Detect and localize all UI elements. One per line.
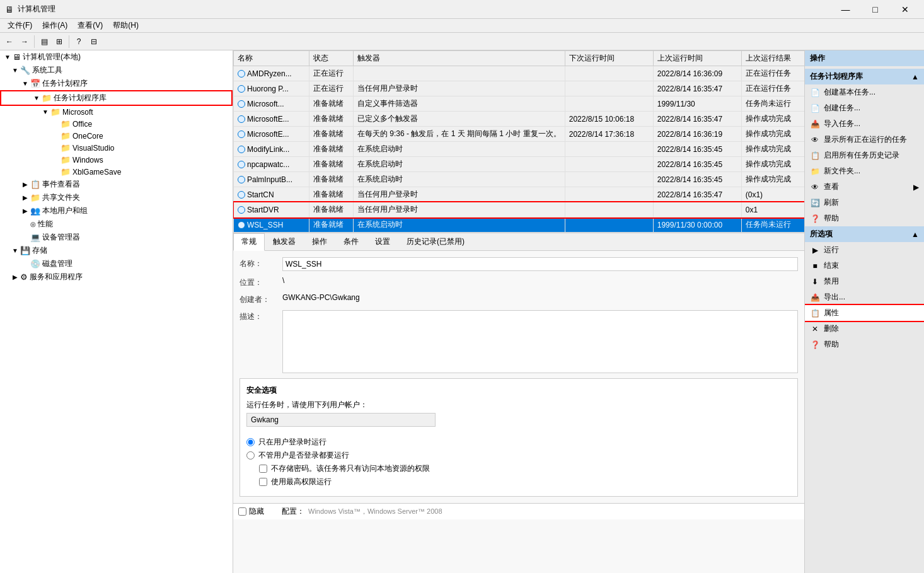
- right-panel: 名称 状态 触发器 下次运行时间 上次运行时间 上次运行结果 AMDRyzen.…: [233, 50, 804, 573]
- library-action-item[interactable]: 👁查看 ▶: [805, 179, 924, 195]
- table-row[interactable]: Microsoft...准备就绪自定义事件筛选器1999/11/30任务尚未运行: [234, 96, 805, 112]
- tree-microsoft[interactable]: ▼ 📁 Microsoft: [0, 106, 233, 118]
- selected-action-item[interactable]: ⬇禁用: [805, 274, 924, 289]
- tree-performance[interactable]: ◎ 性能: [0, 217, 233, 231]
- table-cell: 2022/8/14 16:35:47: [653, 112, 741, 127]
- storage-toggle[interactable]: ▼: [10, 247, 20, 254]
- menu-help[interactable]: 帮助(H): [108, 19, 144, 32]
- tree-shared-folders[interactable]: ▶ 📁 共享文件夹: [0, 191, 233, 204]
- table-row[interactable]: Huorong P...正在运行当任何用户登录时2022/8/14 16:35:…: [234, 81, 805, 96]
- task-scheduler-lib-toggle[interactable]: ▼: [32, 95, 42, 101]
- col-last[interactable]: 上次运行时间: [653, 51, 741, 66]
- radio-always-input[interactable]: [246, 451, 255, 460]
- col-status[interactable]: 状态: [309, 51, 354, 66]
- tab-history[interactable]: 历史记录(已禁用): [398, 233, 473, 250]
- col-next[interactable]: 下次运行时间: [565, 51, 653, 66]
- tab-settings[interactable]: 设置: [367, 233, 398, 250]
- tab-general[interactable]: 常规: [233, 233, 265, 251]
- local-users-toggle[interactable]: ▶: [20, 207, 30, 214]
- close-button[interactable]: ✕: [891, 0, 919, 19]
- tree-local-users[interactable]: ▶ 👥 本地用户和组: [0, 204, 233, 217]
- tree-system-tools[interactable]: ▼ 🔧 系统工具: [0, 64, 233, 77]
- hidden-checkbox[interactable]: [238, 507, 246, 516]
- table-cell: 2022/8/14 16:35:47: [653, 187, 741, 202]
- selected-action-item[interactable]: ■结束: [805, 258, 924, 274]
- shared-folders-toggle[interactable]: ▶: [20, 194, 30, 201]
- tree-task-scheduler[interactable]: ▼ 📅 任务计划程序: [0, 77, 233, 90]
- tree-task-scheduler-lib[interactable]: ▼ 📁 任务计划程序库: [0, 90, 233, 106]
- tree-event-viewer[interactable]: ▶ 📋 事件查看器: [0, 178, 233, 191]
- checkbox-highest-input[interactable]: [259, 478, 267, 486]
- table-row[interactable]: StartCN准备就绪当任何用户登录时2022/8/14 16:35:47(0x…: [234, 187, 805, 202]
- library-section-header[interactable]: 任务计划程序库 ▲: [805, 69, 924, 84]
- export-button[interactable]: ⊟: [87, 35, 101, 49]
- table-row[interactable]: PalmInputB...准备就绪在系统启动时2022/8/14 16:35:4…: [234, 172, 805, 187]
- tree-disk-management[interactable]: 💿 磁盘管理: [0, 257, 233, 270]
- col-result[interactable]: 上次运行结果: [741, 51, 804, 66]
- selected-action-item[interactable]: 📋属性: [805, 305, 924, 321]
- selected-action-item[interactable]: 📤导出...: [805, 289, 924, 305]
- library-action-item[interactable]: 📁新文件夹...: [805, 163, 924, 179]
- library-action-item[interactable]: 🔄刷新: [805, 195, 924, 211]
- menu-action[interactable]: 操作(A): [37, 19, 72, 32]
- action-item-label: 启用所有任务历史记录: [824, 150, 899, 161]
- library-action-item[interactable]: 📥导入任务...: [805, 116, 924, 132]
- tree-storage[interactable]: ▼ 💾 存储: [0, 244, 233, 257]
- selected-action-item[interactable]: ❓帮助: [805, 337, 924, 352]
- tree-root-toggle[interactable]: ▼: [3, 54, 13, 61]
- event-viewer-toggle[interactable]: ▶: [20, 181, 30, 188]
- show-hide-button[interactable]: ▤: [37, 35, 51, 49]
- detail-name-label: 名称：: [240, 257, 277, 269]
- table-cell: 已定义多个触发器: [354, 112, 565, 127]
- menu-view[interactable]: 查看(V): [72, 19, 108, 32]
- checkbox-highest: 使用最高权限运行: [246, 477, 791, 487]
- table-cell: [354, 66, 565, 81]
- help-button[interactable]: ?: [72, 35, 86, 49]
- tree-device-manager[interactable]: 💻 设备管理器: [0, 231, 233, 244]
- minimize-button[interactable]: —: [831, 0, 860, 19]
- library-action-item[interactable]: ❓帮助: [805, 211, 924, 226]
- tree-office[interactable]: 📁 Office: [0, 118, 233, 130]
- radio-login-only-input[interactable]: [246, 438, 255, 446]
- selected-action-item[interactable]: ▶运行: [805, 242, 924, 258]
- col-trigger[interactable]: 触发器: [354, 51, 565, 66]
- menu-file[interactable]: 文件(F): [3, 19, 37, 32]
- tab-triggers[interactable]: 触发器: [265, 233, 304, 250]
- table-cell: MicrosoftE...: [234, 112, 309, 127]
- table-row[interactable]: ModifyLink...准备就绪在系统启动时2022/8/14 16:35:4…: [234, 142, 805, 157]
- library-action-item[interactable]: 👁显示所有正在运行的任务: [805, 132, 924, 148]
- detail-name-input[interactable]: [282, 257, 798, 271]
- checkbox-no-store-input[interactable]: [259, 465, 267, 473]
- library-action-item[interactable]: 📄创建基本任务...: [805, 84, 924, 100]
- back-button[interactable]: ←: [3, 35, 16, 49]
- up-button[interactable]: ⊞: [52, 35, 66, 49]
- selected-action-item[interactable]: ✕删除: [805, 321, 924, 337]
- table-cell: 操作成功完成: [741, 142, 804, 157]
- action-item-label: 帮助: [824, 339, 839, 350]
- tree-services[interactable]: ▶ ⚙ 服务和应用程序: [0, 270, 233, 284]
- maximize-button[interactable]: □: [861, 0, 889, 19]
- table-row[interactable]: MicrosoftE...准备就绪在每天的 9:36 - 触发后，在 1 天 期…: [234, 127, 805, 142]
- tab-conditions[interactable]: 条件: [335, 233, 367, 250]
- table-row[interactable]: StartDVR准备就绪当任何用户登录时0x1: [234, 202, 805, 217]
- tab-actions[interactable]: 操作: [304, 233, 335, 250]
- microsoft-toggle[interactable]: ▼: [40, 108, 50, 115]
- tree-xblgamesave[interactable]: 📁 XblGameSave: [0, 166, 233, 178]
- tree-root[interactable]: ▼ 🖥 计算机管理(本地): [0, 50, 233, 64]
- tree-onecore[interactable]: 📁 OneCore: [0, 130, 233, 142]
- selected-section-header[interactable]: 所选项 ▲: [805, 226, 924, 242]
- col-name[interactable]: 名称: [234, 51, 309, 66]
- table-row[interactable]: npcapwatc...准备就绪在系统启动时2022/8/14 16:35:45…: [234, 157, 805, 172]
- library-action-item[interactable]: 📄创建任务...: [805, 100, 924, 116]
- forward-button[interactable]: →: [18, 35, 32, 49]
- task-scheduler-toggle[interactable]: ▼: [20, 80, 30, 87]
- detail-desc-textarea[interactable]: [282, 310, 798, 373]
- library-action-item[interactable]: 📋启用所有任务历史记录: [805, 148, 924, 163]
- system-tools-toggle[interactable]: ▼: [10, 67, 20, 74]
- tree-windows[interactable]: 📁 Windows: [0, 154, 233, 166]
- table-row[interactable]: AMDRyzen...正在运行2022/8/14 16:36:09正在运行任务: [234, 66, 805, 81]
- services-toggle[interactable]: ▶: [10, 274, 20, 281]
- table-row[interactable]: MicrosoftE...准备就绪已定义多个触发器2022/8/15 10:06…: [234, 112, 805, 127]
- table-row[interactable]: WSL_SSH准备就绪在系统启动时1999/11/30 0:00:00任务尚未运…: [234, 217, 805, 233]
- tree-visualstudio[interactable]: 📁 VisualStudio: [0, 142, 233, 154]
